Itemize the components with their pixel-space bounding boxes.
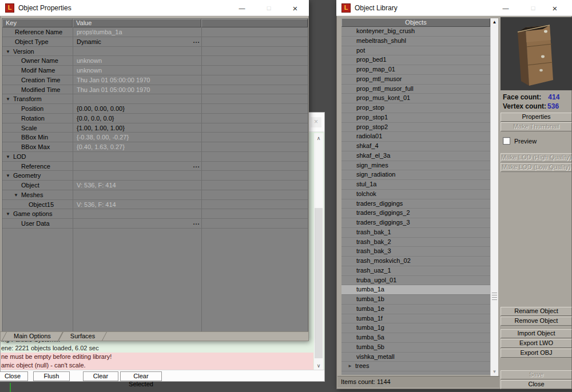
grid-header-value[interactable]: Value bbox=[73, 19, 201, 27]
property-group-row[interactable]: ▼Geometry bbox=[2, 171, 308, 181]
close-button[interactable]: × bbox=[285, 0, 305, 16]
property-row[interactable]: Modif Nameunknown bbox=[2, 66, 308, 75]
property-row[interactable]: Position{0.00, 0.00, 0.00} bbox=[2, 104, 308, 114]
list-item-konteyner_big_crush[interactable]: konteyner_big_crush bbox=[341, 27, 490, 37]
list-item-prop_bed1[interactable]: prop_bed1 bbox=[341, 55, 490, 65]
objects-column-header[interactable]: Objects bbox=[341, 18, 490, 27]
list-item-tumba_1b[interactable]: tumba_1b bbox=[341, 295, 490, 305]
scroll-down-icon[interactable]: ∨ bbox=[314, 362, 323, 370]
rename-object-button[interactable]: Rename Object bbox=[500, 307, 572, 316]
property-row[interactable]: ObjectV: 536, F: 414 bbox=[2, 181, 308, 190]
list-item-traders_diggings_3[interactable]: traders_diggings_3 bbox=[341, 218, 490, 228]
property-row[interactable]: Creation TimeThu Jan 01 05:00:00 1970 bbox=[2, 75, 308, 85]
property-row[interactable]: User Data... bbox=[2, 219, 308, 229]
list-item-vishka_metall[interactable]: vishka_metall bbox=[341, 353, 490, 362]
list-item-trash_bak_3[interactable]: trash_bak_3 bbox=[341, 247, 490, 257]
collapse-arrow-icon[interactable]: ▼ bbox=[14, 193, 18, 198]
ellipsis-button[interactable]: ... bbox=[192, 219, 201, 226]
property-row[interactable]: Modified TimeThu Jan 01 05:00:00 1970 bbox=[2, 85, 308, 95]
list-item-prop_mtl_musor_full[interactable]: prop_mtl_musor_full bbox=[341, 85, 490, 94]
ellipsis-button[interactable]: ... bbox=[192, 37, 201, 44]
preview-checkbox[interactable]: Preview bbox=[503, 137, 537, 145]
log-close-button[interactable]: Close bbox=[0, 371, 28, 381]
maximize-button[interactable]: □ bbox=[523, 0, 543, 16]
property-group-row[interactable]: ▼Meshes bbox=[2, 190, 308, 200]
property-group-row[interactable]: ▼Version bbox=[2, 47, 308, 57]
list-item-tumba_1e[interactable]: tumba_1e bbox=[341, 305, 490, 314]
list-item-tumba_1a[interactable]: tumba_1a bbox=[341, 285, 490, 295]
list-item-prop_map_01[interactable]: prop_map_01 bbox=[341, 65, 490, 75]
list-item-sign_mines[interactable]: sign_mines bbox=[341, 161, 490, 171]
property-row[interactable]: BBox Max{0.40, 1.63, 0.27} bbox=[2, 142, 308, 152]
list-item-pot[interactable]: pot bbox=[341, 46, 490, 56]
tree-node-trees[interactable]: ►trees bbox=[341, 362, 490, 371]
list-scrollbar[interactable]: ▲ ▼ bbox=[490, 18, 498, 376]
log-flush-button[interactable]: Flush bbox=[33, 371, 70, 381]
make-lod-low-button[interactable]: Make LOD (Low Quality) bbox=[500, 163, 572, 172]
list-item-traders_diggings[interactable]: traders_diggings bbox=[341, 199, 490, 209]
property-row[interactable]: Reference Nameprops\tumba_1a bbox=[2, 27, 308, 37]
scroll-down-icon[interactable]: ▼ bbox=[491, 368, 498, 376]
collapse-arrow-icon[interactable]: ▼ bbox=[6, 97, 10, 102]
list-item-tumba_5a[interactable]: tumba_5a bbox=[341, 333, 490, 343]
tab-main-options[interactable]: Main Options bbox=[4, 332, 61, 341]
library-close-button[interactable]: Close bbox=[500, 380, 572, 389]
collapse-arrow-icon[interactable]: ▼ bbox=[6, 173, 10, 178]
scroll-thumb[interactable] bbox=[492, 293, 497, 301]
tab-surfaces[interactable]: Surfaces bbox=[61, 332, 105, 341]
import-object-button[interactable]: Import Object bbox=[500, 329, 572, 338]
list-item-prop_mtl_musor[interactable]: prop_mtl_musor bbox=[341, 75, 490, 85]
column-separator[interactable] bbox=[201, 27, 202, 331]
properties-button[interactable]: Properties bbox=[500, 113, 572, 122]
ellipsis-button[interactable]: ... bbox=[192, 162, 201, 169]
list-item-prop_stop[interactable]: prop_stop bbox=[341, 103, 490, 113]
list-item-tolchok[interactable]: tolchok bbox=[341, 190, 490, 199]
property-row[interactable]: Rotation{0.0, 0.0, 0.0} bbox=[2, 114, 308, 123]
make-lod-high-button[interactable]: Make LOD (High Quality) bbox=[500, 153, 572, 162]
list-item-trash_bak_2[interactable]: trash_bak_2 bbox=[341, 238, 490, 247]
list-item-trash_moskvich_02[interactable]: trash_moskvich_02 bbox=[341, 257, 490, 266]
minimize-button[interactable]: — bbox=[232, 0, 252, 16]
save-button[interactable]: Save bbox=[500, 370, 572, 379]
log-clear-button[interactable]: Clear bbox=[83, 371, 118, 381]
property-row[interactable]: Object TypeDynamic... bbox=[2, 37, 308, 47]
tree-expand-icon[interactable]: ► bbox=[348, 363, 352, 369]
property-row[interactable]: Owner Nameunknown bbox=[2, 56, 308, 66]
list-item-prop_stop2[interactable]: prop_stop2 bbox=[341, 123, 490, 133]
property-row[interactable]: Reference... bbox=[2, 162, 308, 171]
minimize-button[interactable]: — bbox=[496, 0, 515, 16]
list-item-truba_ugol_01[interactable]: truba_ugol_01 bbox=[341, 276, 490, 286]
remove-object-button[interactable]: Remove Object bbox=[500, 317, 572, 326]
log-scrollbar[interactable]: ∧ ∨ bbox=[314, 133, 323, 370]
grid-header-key[interactable]: Key bbox=[2, 19, 73, 27]
maximize-button[interactable]: □ bbox=[259, 0, 279, 16]
list-item-stul_1a[interactable]: stul_1a bbox=[341, 180, 490, 190]
log-clear-selected-button[interactable]: Clear Selected bbox=[120, 371, 162, 381]
collapse-arrow-icon[interactable]: ▼ bbox=[6, 154, 10, 159]
list-item-tumba_1g[interactable]: tumba_1g bbox=[341, 323, 490, 333]
export-obj-button[interactable]: Export OBJ bbox=[500, 349, 572, 358]
collapse-arrow-icon[interactable]: ▼ bbox=[6, 211, 10, 217]
list-item-shkaf_4[interactable]: shkaf_4 bbox=[341, 142, 490, 151]
list-item-tumba_1f[interactable]: tumba_1f bbox=[341, 314, 490, 324]
list-item-radiola01[interactable]: radiola01 bbox=[341, 132, 490, 142]
list-item-trash_uaz_1[interactable]: trash_uaz_1 bbox=[341, 266, 490, 276]
make-thumbnail-button[interactable]: Make Thumbnail bbox=[500, 122, 572, 131]
scroll-thumb[interactable] bbox=[315, 208, 323, 358]
list-item-shkaf_el_3a[interactable]: shkaf_el_3a bbox=[341, 151, 490, 161]
checkbox-box[interactable] bbox=[503, 137, 510, 145]
list-item-mebeltrash_shuhl[interactable]: mebeltrash_shuhl bbox=[341, 37, 490, 46]
column-separator[interactable] bbox=[73, 27, 73, 331]
list-item-tumba_5b[interactable]: tumba_5b bbox=[341, 343, 490, 353]
scroll-up-icon[interactable]: ▲ bbox=[491, 18, 498, 26]
property-group-row[interactable]: ▼Game options bbox=[2, 209, 308, 219]
list-item-traders_diggings_2[interactable]: traders_diggings_2 bbox=[341, 209, 490, 218]
property-row[interactable]: Object15V: 536, F: 414 bbox=[2, 200, 308, 210]
property-group-row[interactable]: ▼Transform bbox=[2, 94, 308, 104]
property-row[interactable]: Scale{1.00, 1.00, 1.00} bbox=[2, 123, 308, 133]
property-group-row[interactable]: ▼LOD bbox=[2, 152, 308, 162]
list-item-prop_stop1[interactable]: prop_stop1 bbox=[341, 113, 490, 123]
export-lwo-button[interactable]: Export LWO bbox=[500, 339, 572, 348]
property-row[interactable]: BBox Min{-0.38, 0.00, -0.27} bbox=[2, 133, 308, 142]
collapse-arrow-icon[interactable]: ▼ bbox=[6, 49, 10, 54]
